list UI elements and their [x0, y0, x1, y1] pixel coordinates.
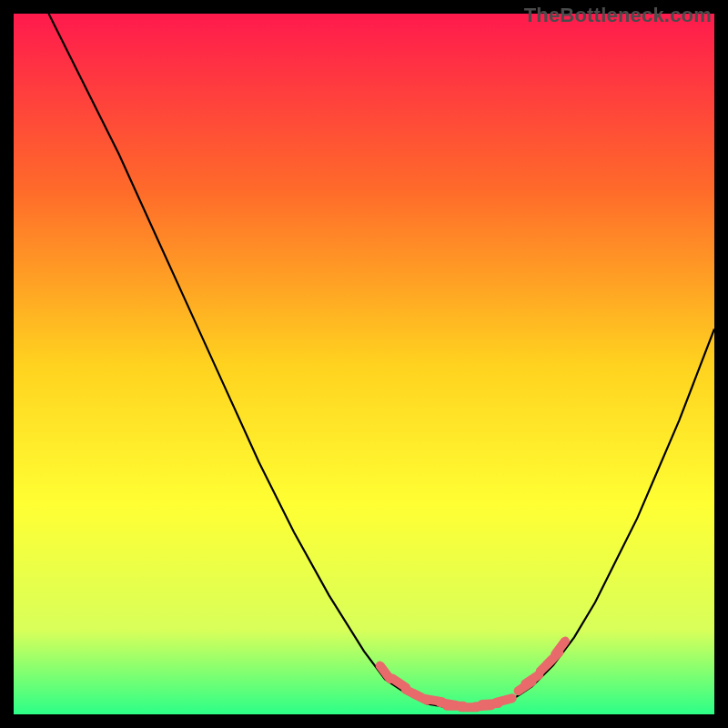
- gradient-background: [14, 14, 714, 714]
- marker-point: [496, 698, 511, 703]
- watermark-text: TheBottleneck.com: [524, 4, 712, 27]
- chart-svg: [14, 14, 714, 714]
- chart-frame: [14, 14, 714, 714]
